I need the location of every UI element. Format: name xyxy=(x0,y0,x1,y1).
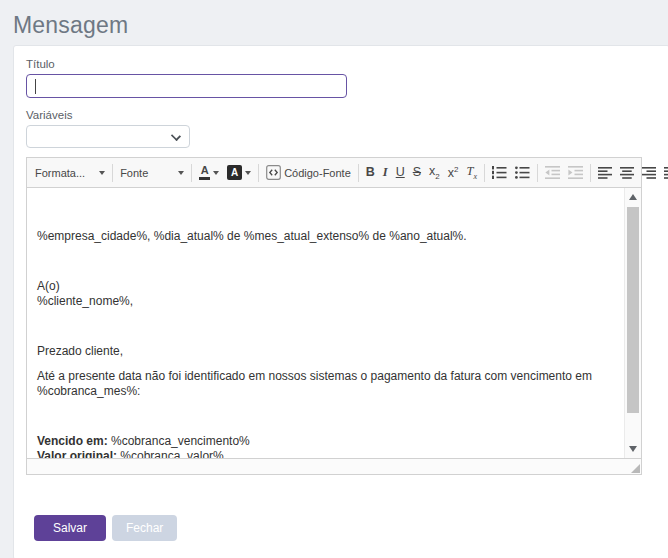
toolbar-separator xyxy=(590,164,591,182)
editor-toolbar: Formata... Fonte A A xyxy=(27,158,641,188)
strikethrough-button[interactable]: S xyxy=(410,161,424,185)
scroll-up-arrow-icon[interactable] xyxy=(629,194,637,200)
editor-paragraph: Prezado cliente, xyxy=(37,344,616,359)
align-right-button[interactable] xyxy=(639,161,659,185)
resize-handle-icon[interactable] xyxy=(631,464,640,473)
save-button[interactable]: Salvar xyxy=(34,515,106,541)
editor-paragraph: %empresa_cidade%, %dia_atual% de %mes_at… xyxy=(37,229,616,244)
editor-paragraph xyxy=(37,319,616,334)
titulo-label: Título xyxy=(26,58,657,70)
chevron-down-icon xyxy=(213,171,219,175)
font-combo-label: Fonte xyxy=(120,167,164,179)
paragraph-format-combo[interactable]: Formata... xyxy=(31,165,109,181)
justify-icon xyxy=(664,167,668,179)
titulo-input[interactable] xyxy=(26,74,347,98)
editor-paragraph xyxy=(37,254,616,269)
editor-paragraph: Vencido em: %cobranca_vencimento%Valor o… xyxy=(37,434,616,458)
page-title: Mensagem xyxy=(13,12,128,39)
bulleted-list-icon xyxy=(515,166,530,179)
source-code-label: Código-Fonte xyxy=(284,167,351,179)
align-center-icon xyxy=(620,167,634,179)
variaveis-select[interactable] xyxy=(26,125,190,148)
align-center-button[interactable] xyxy=(617,161,637,185)
rich-text-editor: Formata... Fonte A A xyxy=(26,157,642,475)
bold-button[interactable]: B xyxy=(363,161,378,185)
form-actions: Salvar Fechar xyxy=(34,515,657,541)
decrease-indent-icon xyxy=(545,166,560,179)
align-left-icon xyxy=(598,167,612,179)
numbered-list-button[interactable] xyxy=(489,161,510,185)
paragraph-format-combo-label: Formata... xyxy=(35,167,85,179)
toolbar-separator xyxy=(358,164,359,182)
scroll-down-arrow-icon[interactable] xyxy=(629,446,637,452)
increase-indent-icon xyxy=(568,166,583,179)
align-left-button[interactable] xyxy=(595,161,615,185)
message-form-panel: Título Variáveis Formata... Fonte A xyxy=(13,45,668,558)
decrease-indent-button[interactable] xyxy=(542,161,563,185)
chevron-down-icon xyxy=(245,171,251,175)
toolbar-separator xyxy=(112,164,113,182)
toolbar-separator xyxy=(258,164,259,182)
background-color-button[interactable]: A xyxy=(224,161,254,185)
chevron-down-icon xyxy=(99,171,105,175)
background-color-icon: A xyxy=(227,165,242,180)
increase-indent-button[interactable] xyxy=(565,161,586,185)
editor-paragraph xyxy=(37,409,616,424)
editor-content-text[interactable]: %empresa_cidade%, %dia_atual% de %mes_at… xyxy=(27,188,624,458)
numbered-list-icon xyxy=(492,166,507,179)
scrollbar-thumb[interactable] xyxy=(627,207,639,413)
source-code-button[interactable]: Código-Fonte xyxy=(263,161,354,185)
editor-content[interactable]: %empresa_cidade%, %dia_atual% de %mes_at… xyxy=(27,188,641,458)
toolbar-separator xyxy=(484,164,485,182)
editor-scrollbar[interactable] xyxy=(624,188,641,458)
close-button[interactable]: Fechar xyxy=(112,515,177,541)
editor-paragraph xyxy=(37,204,616,219)
underline-button[interactable]: U xyxy=(393,161,408,185)
editor-paragraph: Até a presente data não foi identificado… xyxy=(37,369,616,399)
chevron-down-icon xyxy=(178,171,184,175)
source-code-icon xyxy=(266,165,281,180)
justify-button[interactable] xyxy=(661,161,668,185)
editor-footer-bar xyxy=(27,458,641,474)
text-color-icon: A xyxy=(199,165,210,180)
remove-format-button[interactable]: Tx xyxy=(463,161,480,185)
toolbar-separator xyxy=(537,164,538,182)
toolbar-separator xyxy=(191,164,192,182)
text-caret xyxy=(35,79,36,94)
text-color-button[interactable]: A xyxy=(196,161,222,185)
font-combo[interactable]: Fonte xyxy=(116,165,188,181)
subscript-button[interactable]: x2 xyxy=(426,161,443,185)
chevron-down-icon xyxy=(171,131,181,141)
italic-button[interactable]: I xyxy=(380,161,391,185)
align-right-icon xyxy=(642,167,656,179)
superscript-button[interactable]: x2 xyxy=(445,161,462,185)
variaveis-label: Variáveis xyxy=(26,109,657,121)
bulleted-list-button[interactable] xyxy=(512,161,533,185)
editor-paragraph: A(o)%cliente_nome%, xyxy=(37,279,616,309)
